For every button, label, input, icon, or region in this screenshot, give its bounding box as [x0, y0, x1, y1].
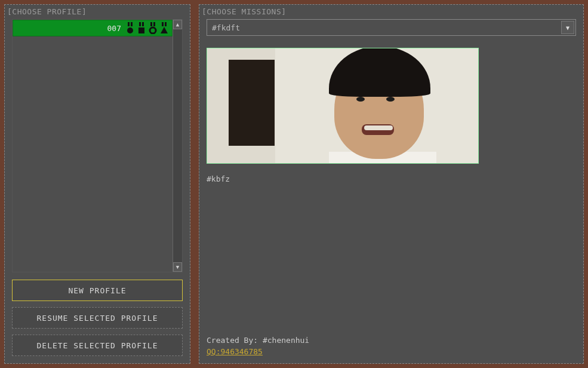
- mission-dropdown-value: #fkdft: [212, 23, 240, 32]
- mission-description: #kbfz: [207, 174, 576, 183]
- svg-point-8: [150, 27, 156, 33]
- profile-list-container: 007 ▲ ▼: [12, 19, 183, 272]
- medal-square-icon: [137, 22, 146, 34]
- delete-profile-button[interactable]: DELETE SELECTED PROFILE: [12, 335, 183, 356]
- profile-row[interactable]: 007: [13, 20, 173, 36]
- svg-rect-0: [128, 22, 130, 26]
- medal-triangle-icon: [160, 22, 168, 34]
- svg-marker-11: [161, 27, 168, 33]
- choose-missions-title: [CHOOSE MISSIONS]: [202, 7, 287, 16]
- created-by-value: #chenenhui: [263, 336, 309, 345]
- mission-dropdown[interactable]: #fkdft ▼: [207, 19, 576, 36]
- svg-rect-3: [139, 22, 141, 26]
- profile-medals: [126, 22, 168, 34]
- new-profile-button[interactable]: NEW PROFILE: [12, 280, 183, 301]
- scroll-track[interactable]: [173, 29, 182, 262]
- created-by-line: Created By: #chenenhui: [207, 336, 576, 345]
- svg-point-2: [127, 27, 133, 33]
- mission-preview-image: [207, 48, 479, 164]
- medal-ring-icon: [149, 22, 157, 34]
- medal-circle-icon: [126, 22, 134, 34]
- qq-contact-link[interactable]: QQ:946346785: [207, 347, 576, 356]
- svg-rect-4: [142, 22, 144, 26]
- profile-scrollbar[interactable]: ▲ ▼: [173, 20, 182, 272]
- scroll-up-button[interactable]: ▲: [173, 20, 182, 29]
- profile-name-label: 007: [17, 24, 121, 33]
- chevron-down-icon: ▼: [561, 21, 574, 34]
- profile-button-stack: NEW PROFILE RESUME SELECTED PROFILE DELE…: [12, 280, 183, 356]
- svg-rect-5: [138, 27, 144, 33]
- choose-profile-panel: [CHOOSE PROFILE] 007 ▲ ▼: [4, 4, 190, 364]
- resume-profile-button[interactable]: RESUME SELECTED PROFILE: [12, 307, 183, 329]
- created-by-label: Created By:: [207, 336, 258, 345]
- svg-rect-7: [153, 22, 155, 26]
- choose-missions-panel: [CHOOSE MISSIONS] #fkdft ▼ #kbfz Created…: [199, 4, 584, 364]
- svg-rect-10: [165, 22, 167, 26]
- profile-list[interactable]: 007: [13, 20, 173, 272]
- svg-rect-9: [162, 22, 164, 26]
- svg-rect-6: [150, 22, 152, 26]
- scroll-down-button[interactable]: ▼: [173, 262, 182, 272]
- svg-rect-1: [131, 22, 133, 26]
- choose-profile-title: [CHOOSE PROFILE]: [7, 7, 87, 16]
